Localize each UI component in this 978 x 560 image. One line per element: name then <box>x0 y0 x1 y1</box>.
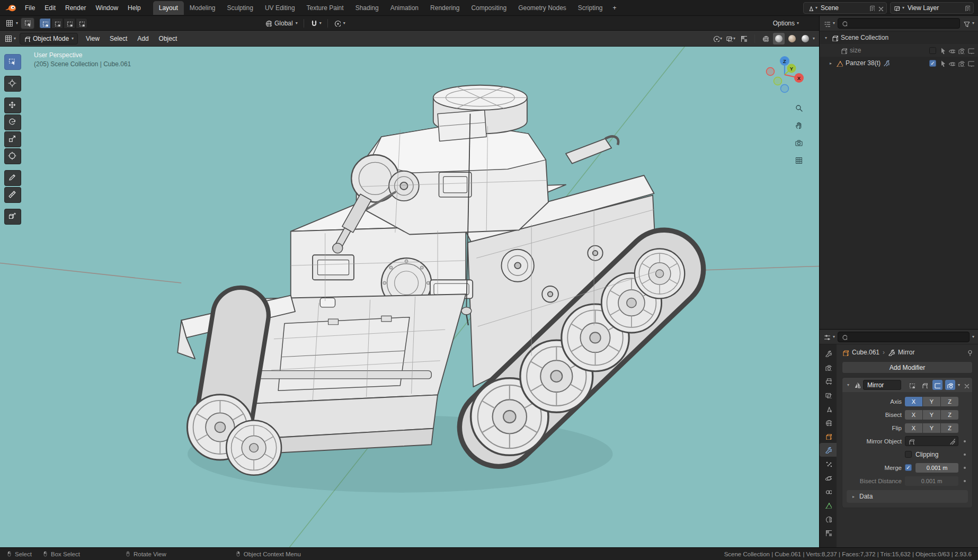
axis-y-button[interactable]: Y <box>923 397 940 406</box>
filter-funnel-icon[interactable] <box>963 20 970 27</box>
properties-search-input[interactable] <box>849 333 966 341</box>
active-tool-button[interactable] <box>21 17 34 29</box>
exclude-checkbox[interactable]: ✓ <box>929 60 936 67</box>
navigation-gizmo[interactable]: Z Y X <box>762 52 807 97</box>
show-overlays-toggle[interactable]: ▾ <box>725 33 736 45</box>
tab-compositing[interactable]: Compositing <box>465 1 512 15</box>
selectable-pointer-icon[interactable] <box>939 47 946 54</box>
chevron-down-icon[interactable]: ▾ <box>813 37 815 41</box>
shading-material-button[interactable] <box>786 33 798 45</box>
decorator-dot[interactable] <box>964 467 966 469</box>
tab-render-properties[interactable] <box>820 360 837 374</box>
toggle-xray-button[interactable] <box>738 33 750 45</box>
close-icon[interactable] <box>963 382 969 388</box>
tab-geometry-nodes[interactable]: Geometry Nodes <box>512 1 572 15</box>
pin-icon[interactable] <box>966 349 973 356</box>
tab-physics-properties[interactable] <box>820 470 837 484</box>
blender-logo-icon[interactable] <box>4 4 17 12</box>
expand-arrow-icon[interactable]: ▸ <box>828 61 833 66</box>
tab-sculpting[interactable]: Sculpting <box>221 1 259 15</box>
transform-orientation-dropdown[interactable]: Global ▾ ▾ ▾ <box>265 19 345 28</box>
merge-threshold-field[interactable]: 0.001 m <box>915 463 958 473</box>
viewport-monitor-icon[interactable] <box>967 60 974 67</box>
camera-view-button[interactable] <box>793 137 805 149</box>
data-subpanel[interactable]: ▸ Data <box>847 490 968 503</box>
extras-chevron-icon[interactable]: ▾ <box>958 383 960 387</box>
clipping-checkbox[interactable] <box>905 451 912 458</box>
chevron-down-icon[interactable]: ▾ <box>319 21 322 25</box>
new-view-layer-icon[interactable] <box>964 5 970 11</box>
proportional-editing-icon[interactable] <box>334 20 341 26</box>
tab-particle-properties[interactable] <box>820 457 837 470</box>
options-dropdown[interactable]: Options ▾ <box>773 20 799 27</box>
properties-editor-icon[interactable] <box>823 333 830 340</box>
exclude-checkbox[interactable] <box>929 47 936 54</box>
bisect-y-button[interactable]: Y <box>923 410 940 420</box>
hide-eye-icon[interactable] <box>948 60 955 67</box>
unlink-scene-icon[interactable] <box>877 5 883 11</box>
decorator-dot[interactable] <box>964 454 966 456</box>
tab-animation[interactable]: Animation <box>385 1 424 15</box>
tab-modeling[interactable]: Modeling <box>184 1 221 15</box>
outliner-row-panzer[interactable]: ▸ Panzer 38(t) ✓ <box>820 57 978 69</box>
axis-z-button[interactable]: Z <box>941 397 958 406</box>
menu-add[interactable]: Add <box>133 33 153 45</box>
gizmo-neg-x-axis[interactable] <box>767 68 775 76</box>
mirror-panel-header[interactable]: ▾ Mirror ▾ <box>842 378 972 392</box>
menu-help[interactable]: Help <box>123 2 146 14</box>
zoom-button[interactable] <box>793 102 805 114</box>
toggle-ortho-button[interactable] <box>793 154 805 167</box>
tool-3d-cursor[interactable] <box>4 76 21 92</box>
breadcrumb-modifier[interactable]: Mirror <box>898 349 914 356</box>
outliner-editor-icon[interactable] <box>823 20 830 27</box>
decorator-dot[interactable] <box>964 440 966 442</box>
toggle-edit-mode[interactable] <box>920 380 930 390</box>
mirror-object-field[interactable] <box>905 436 958 446</box>
select-mode-subtract-button[interactable] <box>64 18 75 29</box>
select-mode-new-button[interactable] <box>39 18 51 29</box>
tab-world-properties[interactable] <box>820 415 837 429</box>
tab-scene-properties[interactable] <box>820 402 837 415</box>
scene-selector[interactable]: ▾ Scene <box>803 2 887 14</box>
viewport-monitor-icon[interactable] <box>967 47 974 54</box>
tab-texture-paint[interactable]: Texture Paint <box>301 1 350 15</box>
menu-file[interactable]: File <box>20 2 40 14</box>
merge-checkbox[interactable]: ✓ <box>905 464 912 471</box>
add-modifier-button[interactable]: Add Modifier <box>842 361 973 374</box>
tab-shading[interactable]: Shading <box>350 1 385 15</box>
expand-arrow-icon[interactable]: ▾ <box>823 35 829 40</box>
chevron-down-icon[interactable]: ▾ <box>972 21 974 25</box>
tool-rotate[interactable] <box>4 114 21 130</box>
toggle-render[interactable] <box>945 380 955 390</box>
view-layer-selector[interactable]: ▾ View Layer <box>890 2 974 14</box>
outliner-row-scene-collection[interactable]: ▾ Scene Collection <box>820 31 978 44</box>
modifier-name-field[interactable]: Mirror <box>863 380 901 390</box>
pan-button[interactable] <box>793 119 805 132</box>
eyedropper-icon[interactable] <box>949 438 955 445</box>
scene-3d-view[interactable] <box>0 47 819 547</box>
tab-output-properties[interactable] <box>820 374 837 388</box>
flip-z-button[interactable]: Z <box>941 423 958 433</box>
render-camera-icon[interactable] <box>958 47 965 54</box>
select-mode-extend-button[interactable] <box>51 18 63 29</box>
new-scene-icon[interactable] <box>868 5 875 11</box>
outliner-search[interactable] <box>838 18 960 29</box>
tool-move[interactable] <box>4 97 21 113</box>
show-gizmo-toggle[interactable]: ▾ <box>712 33 723 45</box>
bisect-z-button[interactable]: Z <box>941 410 958 420</box>
tool-transform[interactable] <box>4 148 21 164</box>
tab-view-layer-properties[interactable] <box>820 388 837 402</box>
bisect-x-button[interactable]: X <box>905 410 922 420</box>
outliner-search-input[interactable] <box>849 20 956 27</box>
decorator-dot[interactable] <box>964 480 966 482</box>
breadcrumb-object[interactable]: Cube.061 <box>852 349 879 356</box>
menu-select[interactable]: Select <box>105 33 131 45</box>
tab-rendering[interactable]: Rendering <box>424 1 465 15</box>
toggle-realtime[interactable] <box>932 380 943 390</box>
tab-texture-properties[interactable] <box>820 526 837 539</box>
tab-uv-editing[interactable]: UV Editing <box>259 1 301 15</box>
collapse-arrow-icon[interactable]: ▾ <box>846 383 851 387</box>
select-mode-invert-button[interactable] <box>76 18 87 29</box>
chevron-down-icon[interactable]: ▾ <box>343 21 345 25</box>
tab-object-properties[interactable] <box>820 429 837 443</box>
